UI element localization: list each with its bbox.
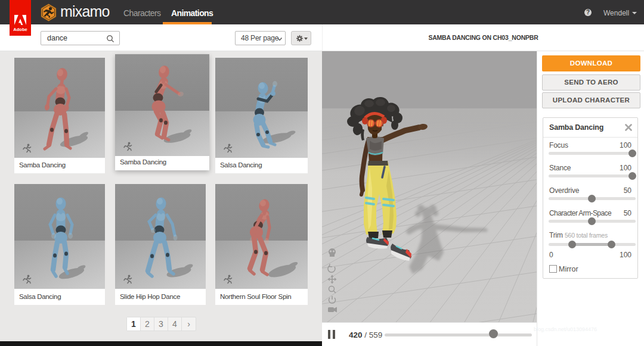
svg-text:Adobe: Adobe — [13, 27, 27, 32]
